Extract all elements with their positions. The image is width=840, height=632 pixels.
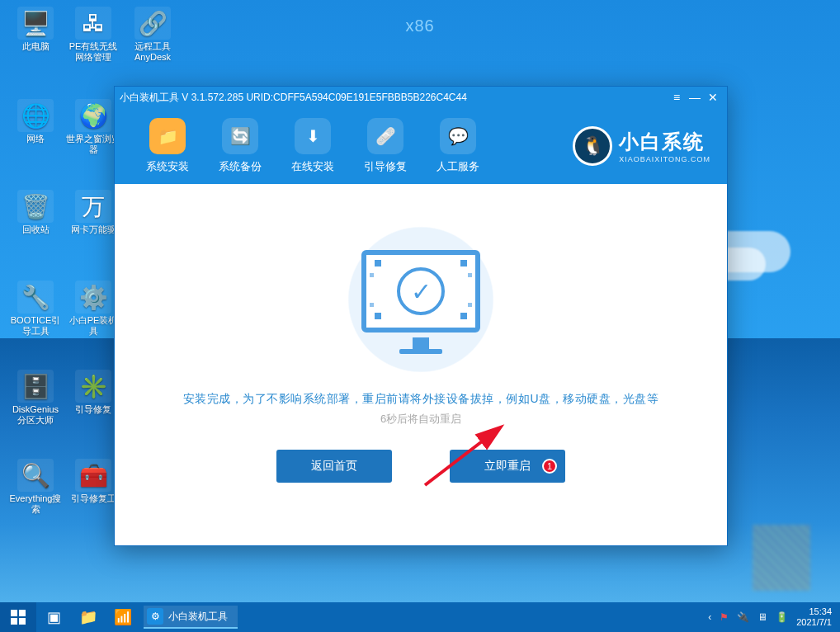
tool-icon: ⬇ xyxy=(295,118,331,154)
tray-volume-icon[interactable]: 🖥 xyxy=(757,611,767,623)
toolbar-tool[interactable]: ⬇ 在线安装 xyxy=(276,118,349,174)
desktop-icon[interactable]: 🗑️ 回收站 xyxy=(8,190,63,235)
artifact-overlay xyxy=(753,525,810,591)
taskbar-running-app[interactable]: ⚙ 小白装机工具 xyxy=(144,606,238,629)
desktop-icon-glyph: 🧰 xyxy=(75,459,111,492)
toolbar-tool[interactable]: 🩹 引导修复 xyxy=(349,118,422,174)
tool-icon: 💬 xyxy=(440,118,476,154)
back-home-label: 返回首页 xyxy=(311,459,357,474)
desktop-icon[interactable]: 🔧 BOOTICE引导工具 xyxy=(8,281,63,337)
restart-now-button[interactable]: 立即重启 1 xyxy=(450,450,565,483)
desktop-icon-glyph: 🌐 xyxy=(17,99,54,132)
desktop-icon-glyph: ⚙️ xyxy=(75,281,111,314)
running-app-label: 小白装机工具 xyxy=(168,610,228,624)
desktop-icon-glyph: 🖥️ xyxy=(17,7,54,40)
content-area: ✓ 安装完成，为了不影响系统部署，重启前请将外接设备拔掉，例如U盘，移动硬盘，光… xyxy=(115,184,727,545)
desktop-icon[interactable]: 🔍 Everything搜索 xyxy=(8,459,63,515)
restart-now-label: 立即重启 xyxy=(484,459,531,474)
desktop-icon[interactable]: 🌍 世界之窗浏览器 xyxy=(66,99,120,155)
desktop-icon[interactable]: ✳️ 引导修复 xyxy=(66,370,120,415)
desktop-icon-glyph: 🔍 xyxy=(17,459,54,492)
system-tray: ‹ ⚑ 🔌 🖥 🔋 15:34 2021/7/1 xyxy=(708,606,840,628)
tool-label: 在线安装 xyxy=(276,159,349,174)
tray-chevron-icon[interactable]: ‹ xyxy=(708,611,711,623)
desktop-icon-label: DiskGenius分区大师 xyxy=(8,404,63,426)
desktop-icon[interactable]: ⚙️ 小白PE装机具 xyxy=(66,281,120,337)
desktop-icon[interactable]: 🧰 引导修复工 xyxy=(66,459,120,504)
desktop-icon-label: 引导修复 xyxy=(66,404,120,415)
desktop-icon-glyph: 🖧 xyxy=(75,7,111,40)
tool-icon: 🔄 xyxy=(222,118,258,154)
desktop-icon-glyph: 🗑️ xyxy=(17,190,54,223)
running-app-icon: ⚙ xyxy=(147,608,163,625)
tool-label: 人工服务 xyxy=(422,159,494,174)
desktop-icon-glyph: 🌍 xyxy=(75,99,111,132)
clock-date: 2021/7/1 xyxy=(796,617,832,628)
desktop-icon-glyph: 🗄️ xyxy=(17,370,54,403)
desktop-icon-label: BOOTICE引导工具 xyxy=(8,315,63,337)
desktop-icon-label: 回收站 xyxy=(8,224,63,235)
menu-button[interactable]: ≡ xyxy=(668,89,686,106)
file-explorer-icon[interactable]: 📁 xyxy=(73,606,104,629)
svg-rect-0 xyxy=(11,610,17,616)
desktop-icon-glyph: 🔗 xyxy=(134,7,171,40)
brand-title: 小白系统 xyxy=(619,129,710,155)
desktop-icon[interactable]: 🔗 远程工具AnyDesk xyxy=(125,7,180,63)
desktop-icon-label: 网络 xyxy=(8,134,63,144)
desktop-icon-label: 小白PE装机具 xyxy=(66,315,120,337)
desktop-icon-label: 网卡万能驱 xyxy=(66,224,120,235)
svg-rect-3 xyxy=(19,618,26,625)
desktop-icon[interactable]: 万 网卡万能驱 xyxy=(66,190,120,235)
desktop-icon-label: 远程工具AnyDesk xyxy=(125,41,180,63)
success-illustration: ✓ xyxy=(314,225,528,374)
desktop-icon-glyph: ✳️ xyxy=(75,370,111,403)
desktop-icon[interactable]: 🌐 网络 xyxy=(8,99,63,144)
desktop-icon-label: PE有线无线网络管理 xyxy=(66,41,120,63)
toolbar: 📁 系统安装🔄 系统备份⬇ 在线安装🩹 引导修复💬 人工服务 🐧 小白系统 XI… xyxy=(115,108,727,184)
desktop-icon-glyph: 万 xyxy=(75,190,111,223)
start-button[interactable] xyxy=(0,602,36,632)
tool-label: 系统备份 xyxy=(204,159,276,174)
tool-icon: 🩹 xyxy=(367,118,403,154)
tray-battery-icon[interactable]: 🔋 xyxy=(776,611,788,623)
titlebar[interactable]: 小白装机工具 V 3.1.572.285 URID:CDFF5A594C09E1… xyxy=(115,87,727,108)
toolbar-tool[interactable]: 🔄 系统备份 xyxy=(204,118,276,174)
brand-logo-icon: 🐧 xyxy=(573,126,612,166)
terminal-icon[interactable]: ▣ xyxy=(38,606,69,629)
clock-time: 15:34 xyxy=(796,606,832,617)
desktop-icon[interactable]: 🖧 PE有线无线网络管理 xyxy=(66,7,120,63)
tray-network-icon[interactable]: 🔌 xyxy=(737,611,749,623)
desktop-icon-label: Everything搜索 xyxy=(8,493,63,515)
desktop-icon-label: 此电脑 xyxy=(8,41,63,52)
svg-rect-1 xyxy=(19,610,26,616)
minimize-button[interactable]: — xyxy=(686,89,704,106)
taskbar: ▣ 📁 📶 ⚙ 小白装机工具 ‹ ⚑ 🔌 🖥 🔋 15:34 2021/7/1 xyxy=(0,602,840,632)
installer-window: 小白装机工具 V 3.1.572.285 URID:CDFF5A594C09E1… xyxy=(114,86,728,546)
tool-label: 系统安装 xyxy=(131,159,204,174)
desktop-icon-glyph: 🔧 xyxy=(17,281,54,314)
toolbar-tool[interactable]: 💬 人工服务 xyxy=(422,118,494,174)
countdown-text: 6秒后将自动重启 xyxy=(380,412,461,427)
clock[interactable]: 15:34 2021/7/1 xyxy=(796,606,832,628)
arch-label: x86 xyxy=(405,17,434,35)
desktop-icon-label: 引导修复工 xyxy=(66,493,120,504)
svg-rect-2 xyxy=(11,618,17,625)
brand: 🐧 小白系统 XIAOBAIXITONG.COM xyxy=(573,126,710,166)
step-badge: 1 xyxy=(542,459,557,474)
tool-icon: 📁 xyxy=(149,118,186,154)
close-button[interactable]: ✕ xyxy=(704,89,722,106)
window-title: 小白装机工具 V 3.1.572.285 URID:CDFF5A594C09E1… xyxy=(120,91,467,105)
success-message: 安装完成，为了不影响系统部署，重启前请将外接设备拔掉，例如U盘，移动硬盘，光盘等 xyxy=(183,392,658,407)
brand-subtitle: XIAOBAIXITONG.COM xyxy=(619,155,710,163)
desktop-icon[interactable]: 🖥️ 此电脑 xyxy=(8,7,63,52)
tray-shield-icon[interactable]: ⚑ xyxy=(720,611,729,623)
wifi-icon[interactable]: 📶 xyxy=(107,606,139,629)
tool-label: 引导修复 xyxy=(349,159,422,174)
desktop-icon[interactable]: 🗄️ DiskGenius分区大师 xyxy=(8,370,63,426)
desktop-icon-label: 世界之窗浏览器 xyxy=(66,134,120,155)
toolbar-tool[interactable]: 📁 系统安装 xyxy=(131,118,204,174)
back-home-button[interactable]: 返回首页 xyxy=(276,450,392,483)
